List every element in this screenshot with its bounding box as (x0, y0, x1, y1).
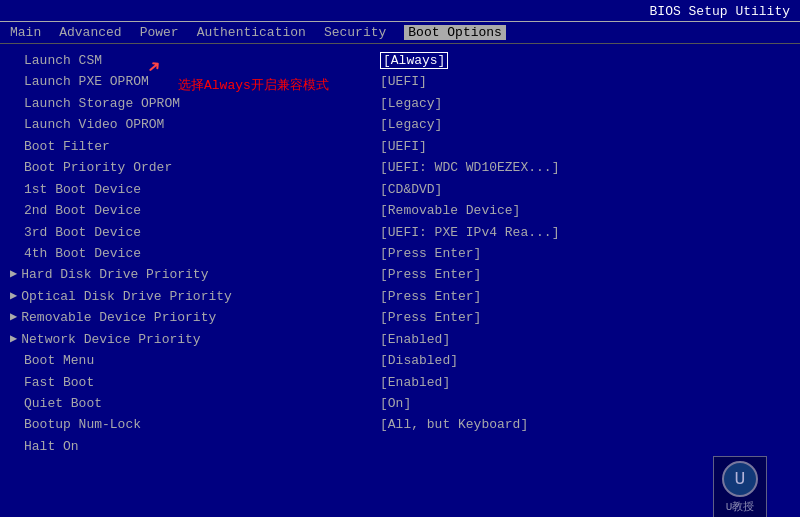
main-content: Launch CSMLaunch PXE OPROMLaunch Storage… (0, 44, 800, 505)
value-2[interactable]: [Legacy] (380, 96, 442, 111)
value-11[interactable]: [Press Enter] (380, 267, 481, 282)
menu-row-15: Fast Boot (10, 372, 370, 393)
watermark-inner: U U教授 (713, 456, 767, 518)
menu-label-6: 1st Boot Device (24, 179, 141, 200)
value-row-2: [Legacy] (380, 93, 790, 114)
menu-label-3: Launch Video OPROM (24, 114, 164, 135)
value-14[interactable]: [Enabled] (380, 332, 450, 347)
menu-label-12: Removable Device Priority (21, 307, 216, 328)
menu-row-9: 4th Boot Device (10, 243, 370, 264)
value-row-14: [Enabled] (380, 329, 790, 350)
value-row-0: [Always] (380, 50, 790, 71)
value-12[interactable]: [Press Enter] (380, 289, 481, 304)
menu-row-8: 3rd Boot Device (10, 222, 370, 243)
menu-label-13: Network Device Priority (21, 329, 200, 350)
value-4[interactable]: [UEFI] (380, 139, 427, 154)
value-row-4: [UEFI] (380, 136, 790, 157)
value-1[interactable]: [UEFI] (380, 74, 427, 89)
menu-row-7: 2nd Boot Device (10, 200, 370, 221)
menu-row-17: Bootup Num-Lock (10, 414, 370, 435)
watermark-logo: U (722, 461, 758, 497)
value-row-7: [CD&DVD] (380, 179, 790, 200)
value-row-11: [Press Enter] (380, 264, 790, 285)
value-7[interactable]: [CD&DVD] (380, 182, 442, 197)
top-bar: BIOS Setup Utility (0, 0, 800, 22)
menu-bar: MainAdvancedPowerAuthenticationSecurityB… (0, 22, 800, 44)
value-13[interactable]: [Press Enter] (380, 310, 481, 325)
value-16[interactable]: [Enabled] (380, 375, 450, 390)
menu-row-6: 1st Boot Device (10, 179, 370, 200)
value-row-3: [Legacy] (380, 114, 790, 135)
submenu-arrow-icon: ▶ (10, 330, 17, 350)
menu-label-4: Boot Filter (24, 136, 110, 157)
menu-item-power[interactable]: Power (140, 25, 179, 40)
menu-row-12: ▶Removable Device Priority (10, 307, 370, 328)
value-9[interactable]: [UEFI: PXE IPv4 Rea...] (380, 225, 559, 240)
menu-row-10: ▶Hard Disk Drive Priority (10, 264, 370, 285)
menu-row-1: Launch PXE OPROM (10, 71, 370, 92)
bios-container: BIOS Setup Utility MainAdvancedPowerAuth… (0, 0, 800, 517)
watermark-site: U教授 (726, 499, 755, 514)
menu-label-18: Halt On (24, 436, 79, 457)
menu-label-16: Quiet Boot (24, 393, 102, 414)
menu-label-1: Launch PXE OPROM (24, 71, 149, 92)
menu-row-3: Launch Video OPROM (10, 114, 370, 135)
value-3[interactable]: [Legacy] (380, 117, 442, 132)
value-row-15: [Disabled] (380, 350, 790, 371)
menu-label-7: 2nd Boot Device (24, 200, 141, 221)
right-column: [Always][UEFI][Legacy][Legacy][UEFI][UEF… (370, 50, 790, 505)
watermark: U U教授 (680, 457, 800, 517)
menu-row-2: Launch Storage OPROM (10, 93, 370, 114)
menu-item-advanced[interactable]: Advanced (59, 25, 121, 40)
menu-label-8: 3rd Boot Device (24, 222, 141, 243)
value-row-13: [Press Enter] (380, 307, 790, 328)
value-row-8: [Removable Device] (380, 200, 790, 221)
menu-row-18: Halt On (10, 436, 370, 457)
menu-label-11: Optical Disk Drive Priority (21, 286, 232, 307)
value-row-16: [Enabled] (380, 372, 790, 393)
menu-label-15: Fast Boot (24, 372, 94, 393)
value-row-17: [On] (380, 393, 790, 414)
submenu-arrow-icon: ▶ (10, 308, 17, 328)
value-10[interactable]: [Press Enter] (380, 246, 481, 261)
value-18[interactable]: [All, but Keyboard] (380, 417, 528, 432)
value-row-12: [Press Enter] (380, 286, 790, 307)
value-17[interactable]: [On] (380, 396, 411, 411)
value-row-9: [UEFI: PXE IPv4 Rea...] (380, 222, 790, 243)
value-8[interactable]: [Removable Device] (380, 203, 520, 218)
menu-label-0: Launch CSM (24, 50, 102, 71)
value-row-18: [All, but Keyboard] (380, 414, 790, 435)
menu-row-5: Boot Priority Order (10, 157, 370, 178)
menu-item-main[interactable]: Main (10, 25, 41, 40)
bios-title: BIOS Setup Utility (650, 4, 790, 19)
menu-label-9: 4th Boot Device (24, 243, 141, 264)
menu-label-10: Hard Disk Drive Priority (21, 264, 208, 285)
menu-row-11: ▶Optical Disk Drive Priority (10, 286, 370, 307)
value-15[interactable]: [Disabled] (380, 353, 458, 368)
menu-item-boot-options[interactable]: Boot Options (404, 25, 506, 40)
submenu-arrow-icon: ▶ (10, 265, 17, 285)
menu-label-5: Boot Priority Order (24, 157, 172, 178)
value-row-1: [UEFI] (380, 71, 790, 92)
menu-item-security[interactable]: Security (324, 25, 386, 40)
menu-label-2: Launch Storage OPROM (24, 93, 180, 114)
menu-row-16: Quiet Boot (10, 393, 370, 414)
value-row-10: [Press Enter] (380, 243, 790, 264)
left-column: Launch CSMLaunch PXE OPROMLaunch Storage… (10, 50, 370, 505)
submenu-arrow-icon: ▶ (10, 287, 17, 307)
value-row-6: [UEFI: WDC WD10EZEX...] (380, 157, 790, 178)
menu-label-17: Bootup Num-Lock (24, 414, 141, 435)
menu-row-0: Launch CSM (10, 50, 370, 71)
menu-row-13: ▶Network Device Priority (10, 329, 370, 350)
menu-label-14: Boot Menu (24, 350, 94, 371)
menu-row-4: Boot Filter (10, 136, 370, 157)
value-0[interactable]: [Always] (380, 52, 448, 69)
menu-row-14: Boot Menu (10, 350, 370, 371)
value-6[interactable]: [UEFI: WDC WD10EZEX...] (380, 160, 559, 175)
menu-item-authentication[interactable]: Authentication (197, 25, 306, 40)
